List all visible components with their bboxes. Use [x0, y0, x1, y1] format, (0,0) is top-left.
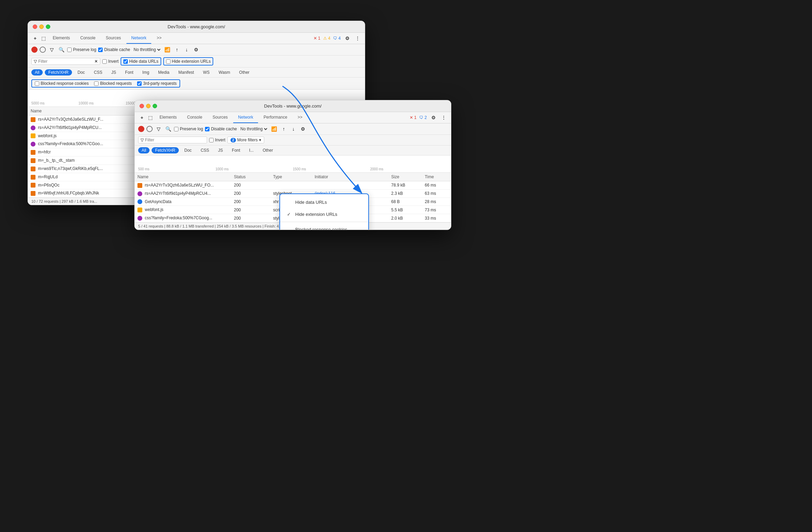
- hide-ext-urls-checkbox-back[interactable]: [166, 59, 171, 64]
- cursor-icon-front[interactable]: ⌖: [138, 114, 146, 121]
- timeline-ticks-front: 500 ms 1000 ms 1500 ms 2000 ms: [135, 167, 451, 171]
- filter-font-front[interactable]: Font: [228, 147, 244, 153]
- filter-icon-back[interactable]: ▽: [48, 46, 55, 53]
- settings-icon-front[interactable]: ⚙: [430, 114, 437, 121]
- preserve-log-label-front[interactable]: Preserve log: [174, 127, 203, 131]
- blocked-cookies-label-back[interactable]: Blocked response cookies: [35, 81, 89, 86]
- filter-fetchxhr-front[interactable]: Fetch/XHR: [152, 147, 179, 153]
- filter-other-front[interactable]: Other: [259, 147, 276, 153]
- tab-console-back[interactable]: Console: [75, 33, 100, 44]
- filter-clear-icon-back[interactable]: ✕: [94, 59, 98, 64]
- filter-img-back[interactable]: Img: [139, 69, 153, 76]
- throttle-select-back[interactable]: No throttling: [132, 47, 162, 52]
- error-badge-front: ✕ 1: [410, 115, 417, 120]
- filter-css-back[interactable]: CSS: [90, 69, 106, 76]
- filter-css-front[interactable]: CSS: [197, 147, 213, 153]
- filter-icon-front[interactable]: ▽: [155, 125, 162, 133]
- hide-data-urls-checkbox-back[interactable]: [123, 59, 128, 64]
- tab-sources-back[interactable]: Sources: [101, 33, 126, 44]
- tab-network-front[interactable]: Network: [233, 112, 258, 123]
- cursor-icon[interactable]: ⌖: [31, 34, 39, 42]
- disable-cache-checkbox-front[interactable]: [205, 127, 209, 131]
- close-button-front[interactable]: [140, 104, 144, 108]
- tab-more-front[interactable]: >>: [293, 112, 307, 123]
- minimize-button-front[interactable]: [146, 104, 151, 108]
- filter-text-back[interactable]: [38, 59, 93, 64]
- settings2-icon-front[interactable]: ⚙: [299, 125, 307, 133]
- filter-doc-front[interactable]: Doc: [181, 147, 195, 153]
- tab-performance-front[interactable]: Performance: [259, 112, 292, 123]
- maximize-button[interactable]: [46, 24, 50, 29]
- clear-front[interactable]: [146, 126, 153, 132]
- stop-recording-front[interactable]: [138, 126, 144, 132]
- filter-js-back[interactable]: JS: [108, 69, 120, 76]
- filter-wasm-back[interactable]: Wasm: [215, 69, 234, 76]
- more-filters-button[interactable]: 2 More filters ▾: [227, 137, 264, 143]
- hide-data-urls-label-back[interactable]: Hide data URLs: [121, 57, 161, 66]
- filter-fetchxhr-back[interactable]: Fetch/XHR: [45, 69, 72, 76]
- more-icon-front[interactable]: ⋮: [440, 114, 448, 121]
- tab-elements-front[interactable]: Elements: [155, 112, 182, 123]
- stop-recording-back[interactable]: [31, 47, 38, 53]
- preserve-log-checkbox-back[interactable]: [67, 48, 72, 52]
- dropdown-blocked-cookies[interactable]: Blocked response cookies: [280, 223, 368, 230]
- dropdown-hide-data-urls[interactable]: Hide data URLs: [280, 196, 368, 208]
- wifi-icon-front[interactable]: 📶: [270, 125, 278, 133]
- invert-checkbox-back[interactable]: [102, 59, 107, 64]
- element-picker-icon-front[interactable]: ⬚: [146, 114, 154, 121]
- invert-checkbox-front[interactable]: [209, 138, 214, 142]
- preserve-log-label-back[interactable]: Preserve log: [67, 47, 96, 52]
- filter-other-back[interactable]: Other: [236, 69, 253, 76]
- maximize-button-front[interactable]: [153, 104, 157, 108]
- upload-icon-front[interactable]: ↑: [280, 125, 288, 133]
- tab-network-back[interactable]: Network: [126, 33, 151, 44]
- resource-icon: [31, 175, 35, 180]
- close-button[interactable]: [33, 24, 37, 29]
- upload-icon-back[interactable]: ↑: [173, 46, 181, 53]
- settings2-icon-back[interactable]: ⚙: [193, 46, 200, 53]
- throttle-select-front[interactable]: No throttling: [239, 126, 268, 132]
- filter-all-back[interactable]: All: [31, 69, 43, 76]
- table-row[interactable]: rs=AA2YrTv3Qzh6Ja6eSLzWU_FO... 200 78.9 …: [135, 181, 451, 190]
- filter-ws-back[interactable]: WS: [199, 69, 213, 76]
- filter-text-front[interactable]: [145, 138, 205, 142]
- disable-cache-label-back[interactable]: Disable cache: [98, 47, 130, 52]
- dropdown-hide-ext-urls[interactable]: ✓ Hide extension URLs: [280, 208, 368, 220]
- filter-input-back[interactable]: ▽ ✕: [31, 58, 100, 65]
- filter-manifest-back[interactable]: Manifest: [175, 69, 197, 76]
- third-party-cb-back[interactable]: [137, 81, 142, 86]
- minimize-button[interactable]: [39, 24, 44, 29]
- filter-input-front[interactable]: ▽: [138, 137, 207, 143]
- third-party-label-back[interactable]: 3rd-party requests: [137, 81, 176, 86]
- col-type2-front: [261, 173, 270, 181]
- blocked-requests-cb-back[interactable]: [94, 81, 99, 86]
- invert-label-front[interactable]: Invert: [209, 138, 225, 142]
- resource-icon: [31, 150, 35, 155]
- search-icon-back[interactable]: 🔍: [58, 46, 65, 53]
- blocked-cookies-cb-back[interactable]: [35, 81, 39, 86]
- filter-media-back[interactable]: Media: [155, 69, 173, 76]
- download-icon-back[interactable]: ↓: [183, 46, 191, 53]
- clear-back[interactable]: [40, 47, 46, 53]
- download-icon-front[interactable]: ↓: [290, 125, 297, 133]
- preserve-log-checkbox-front[interactable]: [174, 127, 178, 131]
- tab-sources-front[interactable]: Sources: [208, 112, 233, 123]
- invert-label-back[interactable]: Invert: [102, 59, 119, 64]
- filter-doc-back[interactable]: Doc: [74, 69, 88, 76]
- hide-ext-urls-label-back[interactable]: Hide extension URLs: [163, 57, 214, 66]
- settings-icon-back[interactable]: ⚙: [343, 34, 351, 42]
- tab-console-front[interactable]: Console: [182, 112, 207, 123]
- filter-font-back[interactable]: Font: [122, 69, 137, 76]
- disable-cache-label-front[interactable]: Disable cache: [205, 127, 237, 131]
- filter-all-front[interactable]: All: [138, 147, 150, 153]
- blocked-requests-label-back[interactable]: Blocked requests: [94, 81, 132, 86]
- tab-more-back[interactable]: >>: [152, 33, 166, 44]
- search-icon-front[interactable]: 🔍: [164, 125, 172, 133]
- filter-img-front[interactable]: I...: [246, 147, 257, 153]
- tab-elements-back[interactable]: Elements: [48, 33, 75, 44]
- wifi-icon-back[interactable]: 📶: [164, 46, 171, 53]
- filter-js-front[interactable]: JS: [215, 147, 226, 153]
- disable-cache-checkbox-back[interactable]: [98, 48, 103, 52]
- more-icon-back[interactable]: ⋮: [354, 34, 361, 42]
- element-picker-icon[interactable]: ⬚: [40, 34, 47, 42]
